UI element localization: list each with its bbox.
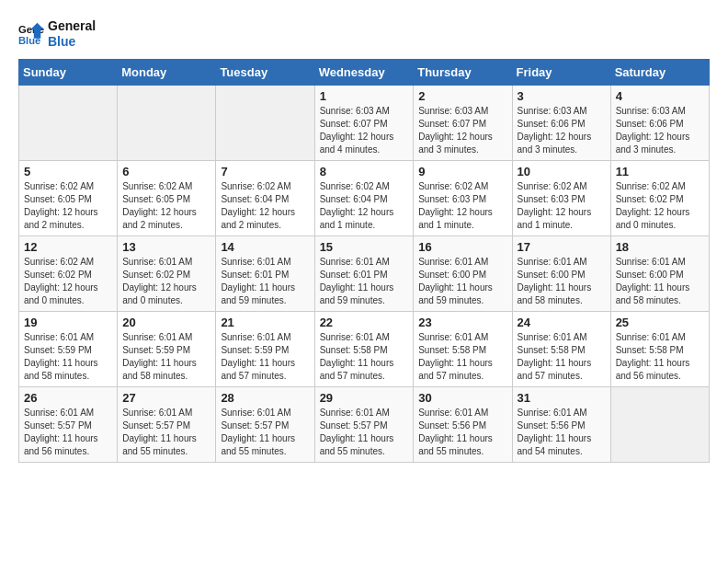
calendar: SundayMondayTuesdayWednesdayThursdayFrid…: [18, 59, 710, 463]
calendar-cell: 3Sunrise: 6:03 AM Sunset: 6:06 PM Daylig…: [512, 85, 610, 160]
day-info: Sunrise: 6:01 AM Sunset: 5:57 PM Dayligh…: [221, 407, 309, 458]
day-number: 15: [320, 240, 409, 254]
day-info: Sunrise: 6:01 AM Sunset: 6:02 PM Dayligh…: [122, 256, 210, 307]
calendar-cell: 7Sunrise: 6:02 AM Sunset: 6:04 PM Daylig…: [216, 160, 314, 236]
day-number: 3: [518, 89, 606, 103]
day-number: 28: [221, 391, 309, 405]
calendar-cell: 6Sunrise: 6:02 AM Sunset: 6:05 PM Daylig…: [118, 160, 216, 236]
weekday-header-row: SundayMondayTuesdayWednesdayThursdayFrid…: [19, 59, 710, 85]
day-info: Sunrise: 6:01 AM Sunset: 5:59 PM Dayligh…: [122, 331, 210, 383]
calendar-cell: 28Sunrise: 6:01 AM Sunset: 5:57 PM Dayli…: [216, 386, 314, 462]
day-number: 27: [122, 391, 210, 405]
calendar-cell: 19Sunrise: 6:01 AM Sunset: 5:59 PM Dayli…: [19, 311, 118, 386]
day-number: 7: [221, 165, 309, 178]
day-number: 2: [418, 89, 506, 103]
day-number: 9: [418, 165, 506, 178]
weekday-header-wednesday: Wednesday: [314, 59, 414, 85]
calendar-cell: 18Sunrise: 6:01 AM Sunset: 6:00 PM Dayli…: [610, 236, 709, 311]
calendar-cell: 20Sunrise: 6:01 AM Sunset: 5:59 PM Dayli…: [118, 311, 216, 386]
week-row-1: 1Sunrise: 6:03 AM Sunset: 6:07 PM Daylig…: [19, 85, 710, 160]
day-number: 13: [122, 240, 210, 254]
logo: General Blue General Blue: [18, 18, 96, 50]
day-number: 4: [616, 89, 704, 103]
day-number: 17: [518, 240, 606, 254]
calendar-cell: 22Sunrise: 6:01 AM Sunset: 5:58 PM Dayli…: [314, 311, 414, 386]
day-number: 24: [518, 316, 606, 329]
day-info: Sunrise: 6:01 AM Sunset: 5:57 PM Dayligh…: [122, 407, 210, 458]
day-number: 21: [221, 316, 309, 329]
calendar-cell: 5Sunrise: 6:02 AM Sunset: 6:05 PM Daylig…: [19, 160, 118, 236]
day-number: 30: [418, 391, 506, 405]
day-info: Sunrise: 6:02 AM Sunset: 6:05 PM Dayligh…: [24, 180, 112, 232]
calendar-cell: 13Sunrise: 6:01 AM Sunset: 6:02 PM Dayli…: [118, 236, 216, 311]
week-row-5: 26Sunrise: 6:01 AM Sunset: 5:57 PM Dayli…: [19, 386, 710, 462]
day-info: Sunrise: 6:01 AM Sunset: 6:00 PM Dayligh…: [418, 256, 506, 307]
calendar-cell: 27Sunrise: 6:01 AM Sunset: 5:57 PM Dayli…: [118, 386, 216, 462]
day-info: Sunrise: 6:01 AM Sunset: 6:01 PM Dayligh…: [221, 256, 309, 307]
day-number: 31: [518, 391, 606, 405]
day-info: Sunrise: 6:01 AM Sunset: 5:59 PM Dayligh…: [221, 331, 309, 383]
day-info: Sunrise: 6:01 AM Sunset: 5:58 PM Dayligh…: [418, 331, 506, 383]
calendar-cell: 2Sunrise: 6:03 AM Sunset: 6:07 PM Daylig…: [414, 85, 512, 160]
calendar-cell: 29Sunrise: 6:01 AM Sunset: 5:57 PM Dayli…: [314, 386, 414, 462]
week-row-2: 5Sunrise: 6:02 AM Sunset: 6:05 PM Daylig…: [19, 160, 710, 236]
calendar-cell: 14Sunrise: 6:01 AM Sunset: 6:01 PM Dayli…: [216, 236, 314, 311]
day-info: Sunrise: 6:02 AM Sunset: 6:04 PM Dayligh…: [221, 180, 309, 232]
week-row-4: 19Sunrise: 6:01 AM Sunset: 5:59 PM Dayli…: [19, 311, 710, 386]
calendar-cell: 23Sunrise: 6:01 AM Sunset: 5:58 PM Dayli…: [414, 311, 512, 386]
day-info: Sunrise: 6:03 AM Sunset: 6:07 PM Dayligh…: [320, 105, 409, 156]
day-info: Sunrise: 6:03 AM Sunset: 6:07 PM Dayligh…: [418, 105, 506, 156]
calendar-cell: 17Sunrise: 6:01 AM Sunset: 6:00 PM Dayli…: [512, 236, 610, 311]
calendar-cell: 10Sunrise: 6:02 AM Sunset: 6:03 PM Dayli…: [512, 160, 610, 236]
day-info: Sunrise: 6:03 AM Sunset: 6:06 PM Dayligh…: [518, 105, 606, 156]
day-info: Sunrise: 6:01 AM Sunset: 5:58 PM Dayligh…: [320, 331, 409, 383]
day-number: 18: [616, 240, 704, 254]
day-info: Sunrise: 6:02 AM Sunset: 6:03 PM Dayligh…: [518, 180, 606, 232]
day-info: Sunrise: 6:01 AM Sunset: 5:59 PM Dayligh…: [24, 331, 112, 383]
day-number: 23: [418, 316, 506, 329]
day-number: 20: [122, 316, 210, 329]
day-number: 19: [24, 316, 112, 329]
day-number: 6: [122, 165, 210, 178]
weekday-header-tuesday: Tuesday: [216, 59, 314, 85]
weekday-header-sunday: Sunday: [19, 59, 118, 85]
calendar-cell: 9Sunrise: 6:02 AM Sunset: 6:03 PM Daylig…: [414, 160, 512, 236]
calendar-header: SundayMondayTuesdayWednesdayThursdayFrid…: [19, 59, 710, 85]
day-number: 1: [320, 89, 409, 103]
day-number: 12: [24, 240, 112, 254]
logo-text: General Blue: [48, 18, 96, 50]
logo-icon: General Blue: [18, 21, 44, 47]
day-number: 16: [418, 240, 506, 254]
day-info: Sunrise: 6:02 AM Sunset: 6:03 PM Dayligh…: [418, 180, 506, 232]
day-number: 22: [320, 316, 409, 329]
calendar-cell: [118, 85, 216, 160]
calendar-cell: 31Sunrise: 6:01 AM Sunset: 5:56 PM Dayli…: [512, 386, 610, 462]
calendar-cell: [610, 386, 709, 462]
calendar-cell: [19, 85, 118, 160]
calendar-cell: 12Sunrise: 6:02 AM Sunset: 6:02 PM Dayli…: [19, 236, 118, 311]
header: General Blue General Blue: [18, 18, 710, 50]
calendar-cell: 11Sunrise: 6:02 AM Sunset: 6:02 PM Dayli…: [610, 160, 709, 236]
day-info: Sunrise: 6:02 AM Sunset: 6:02 PM Dayligh…: [616, 180, 704, 232]
day-info: Sunrise: 6:01 AM Sunset: 5:58 PM Dayligh…: [518, 331, 606, 383]
day-number: 8: [320, 165, 409, 178]
day-info: Sunrise: 6:01 AM Sunset: 5:56 PM Dayligh…: [418, 407, 506, 458]
day-info: Sunrise: 6:03 AM Sunset: 6:06 PM Dayligh…: [616, 105, 704, 156]
calendar-cell: 15Sunrise: 6:01 AM Sunset: 6:01 PM Dayli…: [314, 236, 414, 311]
day-info: Sunrise: 6:01 AM Sunset: 6:00 PM Dayligh…: [616, 256, 704, 307]
calendar-cell: 21Sunrise: 6:01 AM Sunset: 5:59 PM Dayli…: [216, 311, 314, 386]
weekday-header-friday: Friday: [512, 59, 610, 85]
weekday-header-monday: Monday: [118, 59, 216, 85]
calendar-cell: 1Sunrise: 6:03 AM Sunset: 6:07 PM Daylig…: [314, 85, 414, 160]
day-info: Sunrise: 6:01 AM Sunset: 5:56 PM Dayligh…: [518, 407, 606, 458]
day-number: 26: [24, 391, 112, 405]
calendar-cell: 4Sunrise: 6:03 AM Sunset: 6:06 PM Daylig…: [610, 85, 709, 160]
day-info: Sunrise: 6:01 AM Sunset: 5:57 PM Dayligh…: [24, 407, 112, 458]
day-info: Sunrise: 6:01 AM Sunset: 6:00 PM Dayligh…: [518, 256, 606, 307]
calendar-body: 1Sunrise: 6:03 AM Sunset: 6:07 PM Daylig…: [19, 85, 710, 462]
day-number: 11: [616, 165, 704, 178]
day-number: 10: [518, 165, 606, 178]
day-number: 25: [616, 316, 704, 329]
calendar-cell: 24Sunrise: 6:01 AM Sunset: 5:58 PM Dayli…: [512, 311, 610, 386]
calendar-cell: 8Sunrise: 6:02 AM Sunset: 6:04 PM Daylig…: [314, 160, 414, 236]
